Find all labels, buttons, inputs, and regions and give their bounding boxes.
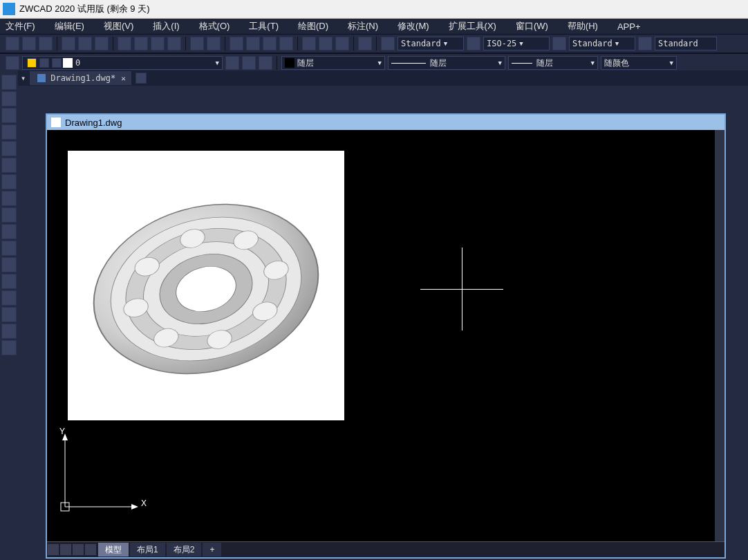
menu-draw[interactable]: 绘图(D) bbox=[298, 20, 328, 32]
circle-icon[interactable] bbox=[1, 158, 17, 173]
redo-icon[interactable] bbox=[207, 37, 221, 50]
menu-ext[interactable]: 扩展工具(X) bbox=[449, 20, 496, 32]
pan-icon[interactable] bbox=[230, 37, 243, 50]
menu-help[interactable]: 帮助(H) bbox=[568, 20, 598, 32]
line-icon[interactable] bbox=[1, 75, 17, 90]
menu-format[interactable]: 格式(O) bbox=[199, 20, 230, 32]
new-file-icon[interactable] bbox=[6, 37, 19, 50]
paste-icon[interactable] bbox=[151, 37, 165, 50]
table-style-combo[interactable]: Standard ▼ bbox=[569, 37, 635, 50]
chevron-down-icon: ▼ bbox=[670, 59, 673, 66]
dwg-file-icon bbox=[51, 118, 61, 127]
plotcolor-combo[interactable]: 随颜色 ▼ bbox=[601, 56, 677, 70]
table-style-icon[interactable] bbox=[552, 37, 566, 50]
svg-marker-17 bbox=[131, 504, 138, 510]
region-icon[interactable] bbox=[1, 257, 17, 272]
polygon-icon[interactable] bbox=[1, 124, 17, 140]
polyline-icon[interactable] bbox=[1, 91, 17, 106]
color-combo[interactable]: 随层 ▼ bbox=[281, 56, 385, 70]
copy-icon[interactable] bbox=[134, 37, 148, 50]
menu-dim[interactable]: 标注(N) bbox=[348, 20, 378, 32]
zoom-window-icon[interactable] bbox=[263, 37, 277, 50]
layer-prev-icon[interactable] bbox=[225, 56, 239, 70]
go-next-icon[interactable] bbox=[73, 544, 84, 555]
inserted-image[interactable] bbox=[68, 151, 344, 420]
drawing-window-titlebar[interactable]: Drawing1.dwg bbox=[47, 115, 724, 130]
open-file-icon[interactable] bbox=[22, 37, 36, 50]
tab-add[interactable]: + bbox=[203, 543, 221, 557]
menu-modify[interactable]: 修改(M) bbox=[398, 20, 429, 32]
tab-new-icon[interactable] bbox=[135, 73, 147, 84]
go-end-icon[interactable] bbox=[85, 544, 96, 555]
separator bbox=[376, 37, 377, 50]
ml-style-icon[interactable] bbox=[638, 37, 652, 50]
menu-view[interactable]: 视图(V) bbox=[104, 20, 133, 32]
print-icon[interactable] bbox=[62, 37, 75, 50]
menu-insert[interactable]: 插入(I) bbox=[153, 20, 179, 32]
tab-layout1-label: 布局1 bbox=[137, 544, 158, 556]
dim-style-combo[interactable]: ISO-25 ▼ bbox=[483, 37, 550, 50]
tab-layout2-label: 布局2 bbox=[174, 544, 195, 556]
color-swatch-icon bbox=[63, 58, 73, 68]
revcurve-icon[interactable] bbox=[1, 224, 17, 239]
document-tab[interactable]: Drawing1.dwg* ✕ bbox=[30, 71, 131, 85]
separator bbox=[277, 56, 277, 70]
print-preview-icon[interactable] bbox=[78, 37, 92, 50]
tab-model[interactable]: 模型 bbox=[98, 543, 129, 557]
layer-off-icon[interactable] bbox=[259, 56, 272, 70]
text-style-icon[interactable] bbox=[381, 37, 395, 50]
point-icon[interactable] bbox=[1, 274, 17, 289]
cut-icon[interactable] bbox=[118, 37, 131, 50]
axis-y-label: Y bbox=[59, 427, 65, 436]
text-style-combo[interactable]: Standard ▼ bbox=[398, 37, 464, 50]
save-icon[interactable] bbox=[39, 37, 53, 50]
menu-tools[interactable]: 工具(T) bbox=[249, 20, 279, 32]
grid-icon[interactable] bbox=[1, 340, 17, 355]
spline-icon[interactable] bbox=[1, 191, 17, 206]
properties-icon[interactable] bbox=[335, 37, 349, 50]
menu-app[interactable]: APP+ bbox=[617, 21, 641, 32]
layer-combo[interactable]: 0 ▼ bbox=[22, 56, 223, 70]
dims-icon[interactable] bbox=[1, 290, 17, 306]
match-prop-icon[interactable] bbox=[167, 37, 181, 50]
zoom-extents-icon[interactable] bbox=[279, 37, 293, 50]
ml-style-combo[interactable]: Standard bbox=[655, 37, 717, 50]
calc-icon[interactable] bbox=[302, 37, 316, 50]
go-prev-icon[interactable] bbox=[60, 544, 71, 555]
menu-file[interactable]: 文件(F) bbox=[6, 20, 35, 32]
layer-manager-icon[interactable] bbox=[6, 56, 19, 70]
model-viewport[interactable]: Y X bbox=[47, 130, 715, 542]
menu-bar: 文件(F) 编辑(E) 视图(V) 插入(I) 格式(O) 工具(T) 绘图(D… bbox=[0, 19, 748, 34]
close-icon[interactable]: ✕ bbox=[121, 74, 126, 83]
plot-icon[interactable] bbox=[95, 37, 109, 50]
vertical-scrollbar[interactable] bbox=[715, 130, 724, 542]
tab-menu-icon[interactable]: ▾ bbox=[21, 73, 26, 83]
layer-iso-icon[interactable] bbox=[242, 56, 256, 70]
hatch-icon[interactable] bbox=[1, 241, 17, 256]
standard-toolbar: Standard ▼ ISO-25 ▼ Standard ▼ Standard bbox=[0, 34, 748, 53]
tab-layout1[interactable]: 布局1 bbox=[130, 543, 165, 557]
document-tabs: ▾ Drawing1.dwg* ✕ bbox=[18, 71, 748, 86]
linetype-combo[interactable]: 随层 ▼ bbox=[388, 56, 505, 70]
tab-layout2[interactable]: 布局2 bbox=[167, 543, 202, 557]
line-sample-icon bbox=[391, 63, 426, 64]
table-icon[interactable] bbox=[319, 37, 333, 50]
zoom-icon[interactable] bbox=[246, 37, 260, 50]
go-start-icon[interactable] bbox=[48, 544, 59, 555]
rectangle-icon[interactable] bbox=[1, 141, 17, 156]
help-icon[interactable] bbox=[358, 37, 372, 50]
menu-edit[interactable]: 编辑(E) bbox=[55, 20, 84, 32]
text-icon[interactable] bbox=[1, 307, 17, 322]
undo-icon[interactable] bbox=[190, 37, 204, 50]
table-draw-icon[interactable] bbox=[1, 324, 17, 339]
text-style-value: Standard bbox=[401, 39, 441, 48]
lineweight-combo[interactable]: 随层 ▼ bbox=[508, 56, 598, 70]
dim-style-icon[interactable] bbox=[467, 37, 480, 50]
arc-icon[interactable] bbox=[1, 108, 17, 123]
menu-window[interactable]: 窗口(W) bbox=[516, 20, 548, 32]
tab-model-label: 模型 bbox=[105, 544, 122, 556]
title-text: ZWCAD 2020 试用版 (剩余 9 天) bbox=[19, 0, 150, 18]
cloud-icon[interactable] bbox=[1, 207, 17, 223]
ellipse-icon[interactable] bbox=[1, 174, 17, 189]
workspace: ▾ Drawing1.dwg* ✕ Drawing1.dwg bbox=[0, 71, 748, 560]
